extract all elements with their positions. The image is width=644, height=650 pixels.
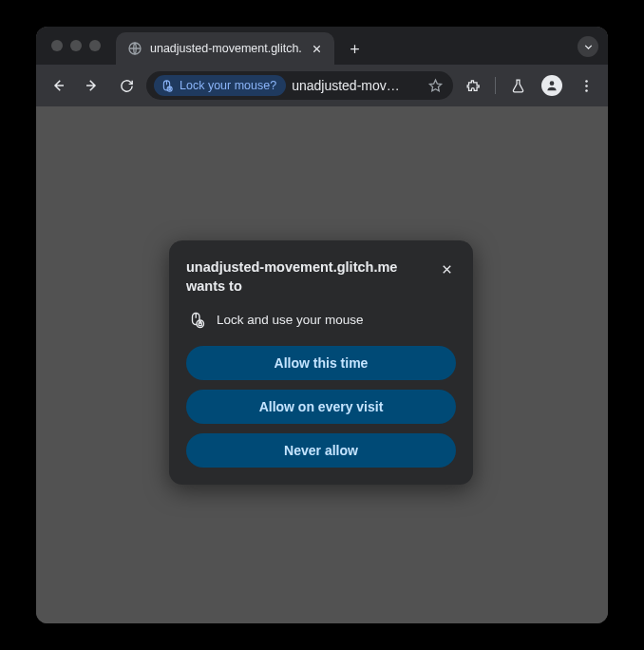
allow-always-button[interactable]: Allow on every visit [186,390,456,424]
svg-point-8 [585,89,588,92]
permission-chip-label: Lock your mouse? [180,79,276,92]
address-bar[interactable]: Lock your mouse? unadjusted-mov… [146,71,453,100]
fullscreen-window-button[interactable] [89,40,101,51]
tab-title: unadjusted-movement.glitch. [150,42,302,55]
permission-dialog: unadjusted-movement.glitch.me wants to L… [169,240,473,485]
back-button[interactable] [44,71,72,100]
tab-strip: unadjusted-movement.glitch. [36,27,608,65]
toolbar: Lock your mouse? unadjusted-mov… [36,65,608,106]
permission-chip[interactable]: Lock your mouse? [154,75,286,96]
extensions-button[interactable] [459,71,487,100]
reload-button[interactable] [112,71,141,100]
content-area: unadjusted-movement.glitch.me wants to L… [36,106,608,623]
permission-request-row: Lock and use your mouse [188,312,456,329]
browser-tab[interactable]: unadjusted-movement.glitch. [116,32,334,65]
svg-point-6 [585,80,588,83]
never-allow-button[interactable]: Never allow [186,433,456,468]
bookmark-button[interactable] [426,77,444,94]
svg-point-5 [550,81,555,86]
svg-point-7 [585,85,588,87]
forward-button[interactable] [78,71,106,100]
close-window-button[interactable] [51,40,63,51]
browser-window: unadjusted-movement.glitch. [36,27,608,623]
new-tab-button[interactable] [342,35,369,62]
search-tabs-button[interactable] [578,36,598,57]
permission-dialog-title: unadjusted-movement.glitch.me wants to [186,258,427,296]
mouse-icon [160,79,174,93]
allow-once-button[interactable]: Allow this time [186,346,456,380]
minimize-window-button[interactable] [70,40,82,51]
window-controls [46,27,116,65]
labs-button[interactable] [503,71,532,100]
permission-request-text: Lock and use your mouse [217,313,364,327]
mouse-lock-icon [188,312,205,329]
globe-icon [127,41,142,56]
url-text: unadjusted-mov… [292,78,421,93]
menu-button[interactable] [572,71,600,100]
toolbar-separator [495,77,496,94]
close-dialog-button[interactable] [437,259,456,278]
close-tab-button[interactable] [310,41,325,56]
profile-button[interactable] [538,71,566,100]
